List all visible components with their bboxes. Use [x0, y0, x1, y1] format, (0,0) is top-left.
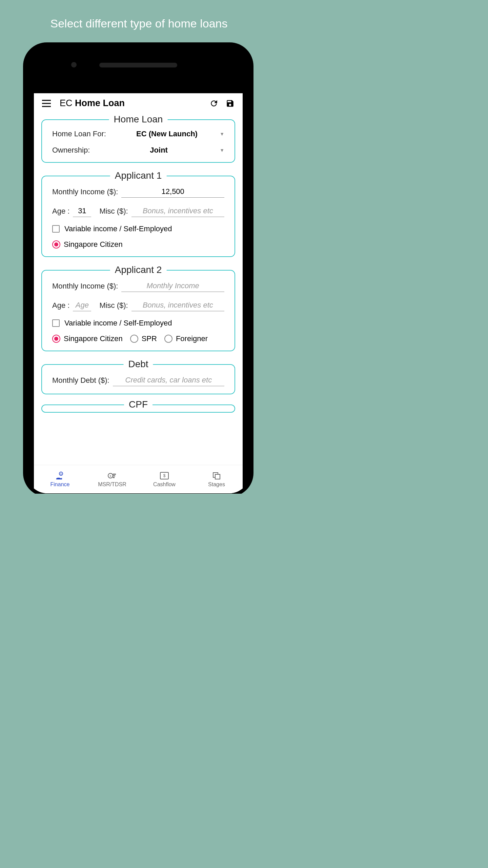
bottom-nav: $ Finance $ MSR/TDSR $ Cashflow [34, 465, 243, 493]
a2-income-input[interactable] [121, 280, 224, 292]
toolbar: EC Home Loan [34, 93, 243, 112]
svg-text:$: $ [60, 473, 62, 475]
svg-rect-4 [113, 474, 116, 475]
a1-income-label: Monthly Income ($): [52, 188, 118, 196]
refresh-icon[interactable] [209, 98, 219, 108]
a2-misc-input[interactable] [131, 299, 224, 311]
a1-variable-checkbox[interactable] [52, 225, 60, 233]
nav-stages[interactable]: Stages [190, 465, 243, 493]
stages-icon [211, 471, 222, 480]
a1-variable-label: Variable income / Self-Employed [64, 224, 172, 233]
a2-foreigner-radio[interactable]: Foreigner [164, 334, 208, 343]
hamburger-icon[interactable] [41, 98, 52, 108]
phone-camera [71, 62, 77, 67]
applicant2-section: Applicant 2 Monthly Income ($): Age : Mi… [41, 270, 235, 351]
a1-age-input[interactable] [73, 205, 91, 217]
applicant1-legend: Applicant 1 [110, 170, 167, 181]
a2-age-label: Age : [52, 301, 69, 310]
nav-finance[interactable]: $ Finance [34, 465, 86, 493]
a1-age-label: Age : [52, 207, 69, 216]
svg-rect-5 [113, 475, 115, 476]
a2-variable-checkbox[interactable] [52, 319, 60, 327]
phone-frame: EC Home Loan Home Loan Home Loan For: [23, 42, 253, 494]
a2-income-label: Monthly Income ($): [52, 282, 118, 291]
home-loan-legend: Home Loan [109, 114, 168, 125]
debt-section: Debt Monthly Debt ($): [41, 364, 235, 394]
promo-title: Select different type of home loans [0, 0, 278, 30]
ownership-label: Ownership: [52, 146, 90, 155]
a2-age-input[interactable] [73, 299, 91, 311]
a2-misc-label: Misc ($): [99, 301, 128, 310]
app-title: EC Home Loan [60, 98, 125, 108]
cashflow-icon: $ [159, 471, 169, 480]
save-icon[interactable] [225, 98, 235, 108]
ownership-dropdown[interactable]: Joint ▼ [93, 146, 224, 155]
svg-text:$: $ [163, 473, 166, 478]
nav-cashflow[interactable]: $ Cashflow [138, 465, 190, 493]
cpf-legend: CPF [124, 399, 152, 410]
debt-label: Monthly Debt ($): [52, 376, 109, 385]
a1-citizen-radio[interactable]: Singapore Citizen [52, 240, 123, 249]
finance-icon: $ [55, 471, 65, 480]
loan-for-label: Home Loan For: [52, 130, 106, 138]
nav-msr[interactable]: $ MSR/TDSR [86, 465, 138, 493]
a1-misc-label: Misc ($): [99, 207, 128, 216]
home-loan-section: Home Loan Home Loan For: EC (New Launch)… [41, 119, 235, 163]
chevron-down-icon: ▼ [220, 131, 224, 137]
cpf-section: CPF [41, 405, 235, 413]
a1-income-input[interactable] [121, 186, 224, 198]
debt-input[interactable] [113, 374, 224, 386]
a2-variable-label: Variable income / Self-Employed [64, 319, 172, 328]
debt-legend: Debt [123, 359, 153, 370]
a1-misc-input[interactable] [131, 205, 224, 217]
chevron-down-icon: ▼ [220, 147, 224, 153]
phone-speaker [99, 63, 177, 67]
msr-icon: $ [107, 471, 117, 480]
a2-spr-radio[interactable]: SPR [130, 334, 157, 343]
app-screen: EC Home Loan Home Loan Home Loan For: [34, 93, 243, 493]
applicant1-section: Applicant 1 Monthly Income ($): Age : Mi… [41, 176, 235, 257]
svg-rect-10 [215, 474, 220, 479]
svg-rect-6 [113, 477, 115, 478]
applicant2-legend: Applicant 2 [110, 264, 167, 275]
svg-text:$: $ [110, 474, 111, 477]
a2-citizen-radio[interactable]: Singapore Citizen [52, 334, 123, 343]
loan-for-dropdown[interactable]: EC (New Launch) ▼ [109, 130, 224, 138]
